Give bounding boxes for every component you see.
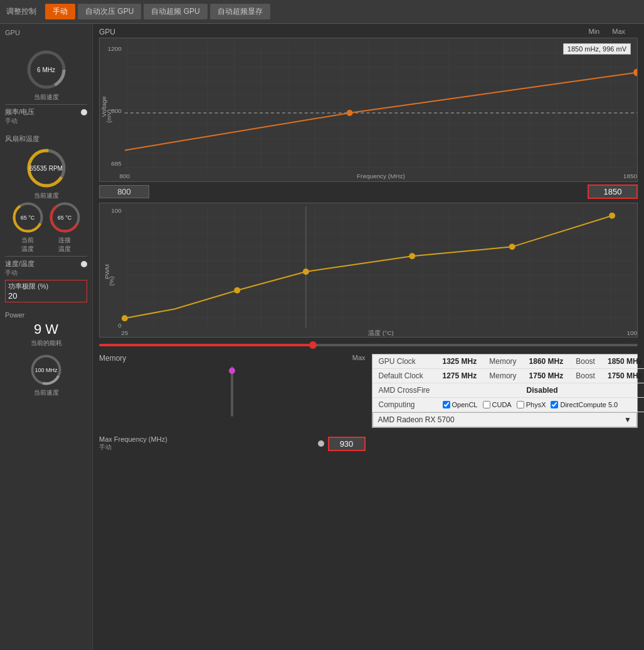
max-freq-row-inner: Max Frequency (MHz) 手动 <box>99 435 167 452</box>
power-slider-thumb[interactable] <box>309 341 317 349</box>
gauge-temp2-label: 连接 温度 <box>58 236 71 253</box>
toolbar-title: 调整控制 <box>6 6 36 17</box>
svg-text:温度 (°C): 温度 (°C) <box>368 329 394 336</box>
info-memory-label-2: Memory <box>483 369 522 383</box>
info-boost-label-1: Boost <box>569 354 601 369</box>
freq-toggle-dot[interactable] <box>81 109 87 115</box>
gauge-freq-circle: 6 MHz <box>24 48 68 92</box>
freq-mode: 手动 <box>5 117 87 125</box>
checkbox-directcompute[interactable]: DirectCompute 5.0 <box>551 401 618 408</box>
speed-toggle-dot[interactable] <box>81 261 87 267</box>
max-freq-toggle[interactable] <box>318 440 324 447</box>
gauge-temp2-value: 65 °C <box>58 215 72 221</box>
gpu-header: GPU Min Max <box>93 24 644 38</box>
power-limit-container: 功率极限 (%) 20 <box>5 280 87 302</box>
sidebar-power-section: Power 9 W 当前的能耗 100 MHz 当前速度 <box>5 311 87 397</box>
svg-text:800: 800 <box>120 173 130 179</box>
fan-chart[interactable]: 100 0 PWM (%) 25 100 温度 (°C) <box>99 203 638 338</box>
main-layout: GPU 6 MHz 当前速度 频率/电压 手动 <box>0 24 644 650</box>
svg-rect-10 <box>125 41 637 172</box>
svg-point-19 <box>347 110 353 116</box>
min-label: Min <box>588 28 599 36</box>
info-default-clock-val: 1275 MHz <box>436 369 483 383</box>
checkbox-physx[interactable]: PhysX <box>517 401 546 408</box>
info-default-clock-label: Default Clock <box>372 369 436 383</box>
tab-auto-oc-gpu[interactable]: 自动超频 GPU <box>144 4 207 19</box>
gauge-temp1-label: 当前 温度 <box>21 236 34 253</box>
tab-manual[interactable]: 手动 <box>45 4 75 19</box>
power-sub-label: 当前的能耗 <box>31 339 62 348</box>
max-freq-mode: 手动 <box>99 443 167 452</box>
info-memory-val-2: 1750 MHz <box>523 369 570 383</box>
svg-point-34 <box>409 253 415 259</box>
info-table: GPU Clock 1325 MHz Memory 1860 MHz Boost… <box>372 354 645 412</box>
chart-tooltip: 1850 mHz, 996 mV <box>563 43 631 55</box>
info-dropdown[interactable]: AMD Radeon RX 5700 ▼ <box>372 412 638 427</box>
main-content: GPU Min Max 1200 800 <box>93 24 644 650</box>
svg-text:685: 685 <box>111 160 122 167</box>
tab-auto-oc-mem[interactable]: 自动超频显存 <box>210 4 270 19</box>
svg-text:25: 25 <box>121 329 129 336</box>
power-limit-value: 20 <box>8 291 84 301</box>
svg-text:Frequency (MHz): Frequency (MHz) <box>357 173 405 179</box>
speed-temp-label: 速度/温度 <box>5 259 34 269</box>
svg-point-32 <box>234 287 240 294</box>
freq-voltage-label: 频率/电压 <box>5 107 34 117</box>
memory-label: Memory <box>99 354 126 363</box>
gpu-main-label: GPU <box>99 28 115 36</box>
gauge-freq-label: 当前速度 <box>34 93 59 102</box>
info-gpu-clock-val: 1325 MHz <box>436 354 483 369</box>
memory-vert-track[interactable] <box>231 366 233 417</box>
power-slider-track[interactable] <box>99 344 638 346</box>
max-freq-input-row <box>318 437 366 451</box>
max-freq-input[interactable] <box>328 437 366 451</box>
svg-text:0: 0 <box>118 322 122 329</box>
info-memory-val-1: 1860 MHz <box>523 354 570 369</box>
volt-chart-wrapper: 1200 800 685 Voltage (mV) 800 1850 Frequ… <box>93 38 644 182</box>
power-value: 9 W <box>34 321 58 338</box>
sidebar-gpu-section: GPU <box>5 29 87 39</box>
svg-point-31 <box>122 315 128 321</box>
svg-point-36 <box>609 213 615 219</box>
freq-toggle-row: 频率/电压 <box>5 107 87 117</box>
info-panel: GPU Clock 1325 MHz Memory 1860 MHz Boost… <box>372 354 638 428</box>
svg-point-35 <box>509 243 515 250</box>
info-crossfire-val: Disabled <box>436 383 644 398</box>
gauge-freq: 6 MHz 当前速度 <box>5 48 87 102</box>
tab-auto-voltage[interactable]: 自动次压 GPU <box>78 4 141 19</box>
memory-vert-thumb[interactable] <box>229 368 235 374</box>
freq-min-input[interactable] <box>99 185 149 198</box>
max-freq-row: Max Frequency (MHz) 手动 <box>99 435 366 452</box>
gauge-temp1-circle: 65 °C <box>11 200 45 235</box>
memory-vert-slider-container <box>99 366 366 417</box>
gauge-memory-rpm-label: 当前速度 <box>34 388 59 397</box>
checkbox-opencl[interactable]: OpenCL <box>443 401 478 408</box>
gauge-memory-rpm-circle: 100 MHz <box>29 353 63 387</box>
svg-text:1200: 1200 <box>108 45 122 52</box>
gauge-temp1: 65 °C 当前 温度 <box>11 200 45 253</box>
power-slider-row <box>93 338 644 351</box>
sidebar-gpu-label: GPU <box>5 29 87 36</box>
fan-temp-label: 风扇和温度 <box>5 134 87 144</box>
gauge-rpm: 65535 RPM 当前速度 <box>5 146 87 200</box>
toolbar: 调整控制 手动 自动次压 GPU 自动超频 GPU 自动超频显存 <box>0 0 644 24</box>
info-memory-label-1: Memory <box>483 354 522 369</box>
memory-section-row: Memory Max Max Frequency (MHz) 手动 <box>93 351 644 454</box>
checkbox-cuda[interactable]: CUDA <box>483 401 512 408</box>
volt-chart[interactable]: 1200 800 685 Voltage (mV) 800 1850 Frequ… <box>99 38 638 182</box>
speed-mode: 手动 <box>5 269 87 277</box>
gauge-rpm-circle: 65535 RPM <box>24 146 68 190</box>
info-computing-checkboxes: OpenCL CUDA PhysX DirectCompute 5.0 <box>436 398 644 412</box>
info-dropdown-value: AMD Radeon RX 5700 <box>378 415 455 424</box>
gauge-temp2-circle: 65 °C <box>48 200 82 235</box>
info-boost-label-2: Boost <box>569 369 601 383</box>
info-computing-label: Computing <box>372 398 436 412</box>
power-slider-fill <box>99 344 315 346</box>
freq-max-input[interactable] <box>588 184 638 199</box>
sidebar-fan-section: 风扇和温度 65535 RPM 当前速度 <box>5 134 87 302</box>
gauge-rpm-label: 当前速度 <box>34 191 59 200</box>
sidebar-freq-section: 6 MHz 当前速度 频率/电压 手动 <box>5 48 87 125</box>
info-row-4: Computing OpenCL CUDA PhysX DirectComput… <box>372 398 645 412</box>
gauge-memory-rpm-value: 100 MHz <box>34 367 57 373</box>
gauge-freq-value: 6 MHz <box>37 67 55 73</box>
